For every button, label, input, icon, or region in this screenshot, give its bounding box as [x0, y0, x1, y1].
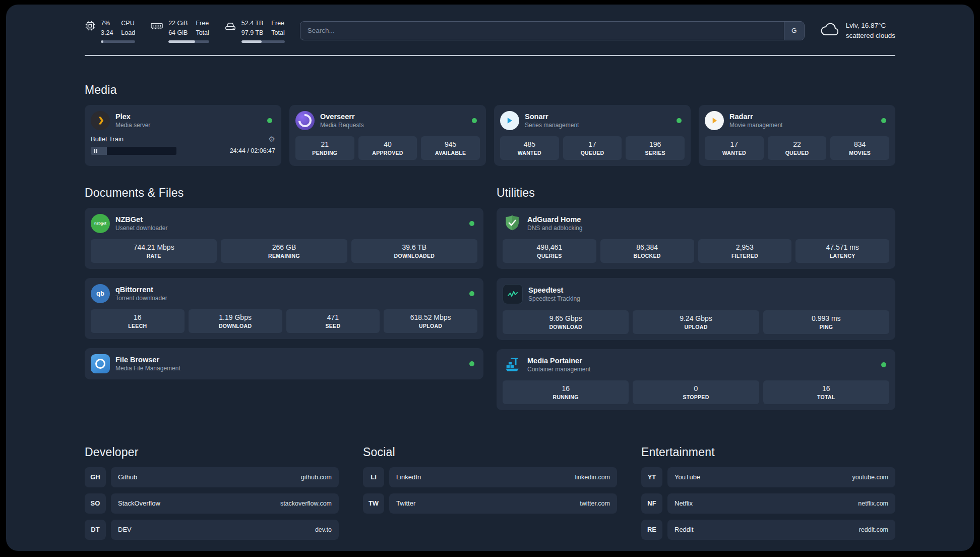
- stat-label: SERIES: [628, 150, 683, 156]
- bookmark-link[interactable]: YouTube youtube.com: [667, 467, 895, 487]
- bookmark-abbr[interactable]: RE: [641, 520, 662, 540]
- app-name: Speedtest: [528, 286, 580, 294]
- stat-tile: 266 GB REMAINING: [221, 239, 347, 263]
- stat-value: 0.993 ms: [765, 314, 887, 322]
- stat-tile: 47.571 ms LATENCY: [795, 239, 889, 263]
- stat-label: DOWNLOAD: [191, 323, 280, 329]
- bookmark-link[interactable]: LinkedIn linkedin.com: [389, 467, 617, 487]
- bookmark-url: stackoverflow.com: [280, 500, 332, 507]
- app-card-nzbget[interactable]: nzbget NZBGet Usenet downloader 744.21 M…: [85, 208, 483, 269]
- app-subtitle: Speedtest Tracking: [528, 295, 580, 302]
- app-card-portainer[interactable]: Media Portainer Container management 16 …: [497, 349, 895, 410]
- app-name: File Browser: [115, 356, 180, 364]
- app-name: qBittorrent: [115, 286, 167, 294]
- stat-label: BLOCKED: [602, 253, 692, 259]
- nzbget-icon: nzbget: [91, 214, 110, 233]
- stat-value: 945: [423, 140, 478, 148]
- stat-label: UPLOAD: [635, 324, 757, 330]
- bookmark-row: NF Netflix netflix.com: [641, 493, 895, 514]
- stat-tile: 16 TOTAL: [763, 380, 889, 404]
- bookmark-link[interactable]: Github github.com: [111, 467, 339, 487]
- stat-label: APPROVED: [360, 150, 415, 156]
- bookmark-link[interactable]: StackOverflow stackoverflow.com: [111, 493, 339, 514]
- status-dot: [469, 361, 474, 366]
- bookmark-abbr[interactable]: LI: [363, 467, 384, 487]
- stat-value: 9.65 Gbps: [505, 314, 627, 322]
- bookmark-link[interactable]: Reddit reddit.com: [667, 520, 895, 540]
- bookmark-url: twitter.com: [580, 500, 610, 507]
- bookmark-row: YT YouTube youtube.com: [641, 467, 895, 487]
- settings-gear-icon[interactable]: ⚙: [269, 135, 275, 143]
- app-card-overseerr[interactable]: Overseerr Media Requests 21 PENDING 40 A…: [289, 105, 486, 166]
- pause-button[interactable]: [91, 149, 97, 153]
- disk-free-label: Free: [271, 19, 284, 28]
- section-title-utilities: Utilities: [497, 186, 895, 200]
- bookmark-link[interactable]: Twitter twitter.com: [389, 493, 617, 514]
- cpu-load-value: 3.24: [101, 28, 113, 38]
- disk-icon: [224, 20, 236, 33]
- stat-tile: 618.52 Mbps UPLOAD: [384, 309, 477, 333]
- plex-icon: [91, 111, 110, 130]
- stat-value: 498,461: [505, 243, 594, 251]
- section-title-entertainment: Entertainment: [641, 445, 895, 459]
- app-card-radarr[interactable]: Radarr Movie management 17 WANTED 22 QUE…: [699, 105, 895, 166]
- stat-label: RATE: [93, 253, 215, 259]
- app-card-plex[interactable]: Plex Media server Bullet Train ⚙: [85, 105, 281, 166]
- search-provider-button[interactable]: G: [784, 22, 804, 40]
- stat-label: DOWNLOAD: [505, 324, 627, 330]
- stat-tile: 22 QUEUED: [768, 136, 827, 160]
- bookmark-abbr[interactable]: NF: [641, 493, 662, 514]
- app-subtitle: Torrent downloader: [115, 295, 167, 302]
- qbittorrent-icon: qb: [91, 284, 110, 303]
- bookmark-abbr[interactable]: TW: [363, 493, 384, 514]
- playback-progress-bar[interactable]: [91, 147, 176, 155]
- section-documents: Documents & Files nzbget NZBGet Usenet d…: [85, 186, 483, 410]
- app-card-speedtest[interactable]: Speedtest Speedtest Tracking 9.65 Gbps D…: [497, 278, 895, 340]
- bookmark-name: Reddit: [675, 526, 694, 533]
- app-name: Radarr: [729, 113, 782, 121]
- app-card-sonarr[interactable]: Sonarr Series management 485 WANTED 17 Q…: [494, 105, 691, 166]
- bookmark-link[interactable]: DEV dev.to: [111, 520, 339, 540]
- cpu-percent: 7%: [101, 19, 113, 28]
- stat-value: 485: [502, 140, 557, 148]
- stat-tile: 40 APPROVED: [358, 136, 417, 160]
- stat-label: WANTED: [502, 150, 557, 156]
- bookmark-row: DT DEV dev.to: [85, 520, 339, 540]
- app-card-adguard[interactable]: AdGuard Home DNS and adblocking 498,461 …: [497, 208, 895, 269]
- section-title-social: Social: [363, 445, 617, 459]
- stat-value: 1.19 Gbps: [191, 313, 280, 321]
- bookmark-row: SO StackOverflow stackoverflow.com: [85, 493, 339, 514]
- app-card-filebrowser[interactable]: File Browser Media File Management: [85, 348, 483, 379]
- app-subtitle: Media File Management: [115, 365, 180, 372]
- memory-usage-fill: [168, 40, 195, 43]
- bookmark-name: Netflix: [675, 499, 693, 507]
- bookmark-abbr[interactable]: GH: [85, 467, 106, 487]
- stat-tile: 498,461 QUERIES: [503, 239, 596, 263]
- stat-tile: 39.6 TB DOWNLOADED: [351, 239, 477, 263]
- bookmark-abbr[interactable]: YT: [641, 467, 662, 487]
- status-dot: [469, 221, 474, 226]
- section-social: Social LI LinkedIn linkedin.com TW Twitt…: [363, 445, 617, 514]
- cpu-icon: [85, 20, 96, 33]
- cpu-usage-fill: [101, 40, 103, 43]
- stat-value: 0: [635, 384, 757, 393]
- bookmark-url: dev.to: [315, 526, 332, 533]
- stat-value: 744.21 Mbps: [93, 243, 215, 251]
- bookmark-abbr[interactable]: SO: [85, 493, 106, 514]
- app-card-qbittorrent[interactable]: qb qBittorrent Torrent downloader 16: [85, 278, 483, 339]
- stat-value: 16: [93, 313, 182, 321]
- bookmark-url: youtube.com: [852, 474, 888, 481]
- stat-label: PENDING: [297, 150, 352, 156]
- stat-tile: 2,953 FILTERED: [698, 239, 792, 263]
- stat-tile: 16 RUNNING: [503, 380, 629, 404]
- bookmark-name: YouTube: [675, 473, 700, 481]
- stat-value: 834: [832, 140, 887, 148]
- search-input[interactable]: [300, 22, 784, 40]
- section-entertainment: Entertainment YT YouTube youtube.com NF …: [641, 445, 895, 540]
- weather-location: Lviv, 16.87°C: [846, 21, 895, 31]
- dashboard: 7% 3.24 CPU Load: [6, 5, 974, 551]
- bookmark-abbr[interactable]: DT: [85, 520, 106, 540]
- bookmark-link[interactable]: Netflix netflix.com: [667, 493, 895, 514]
- stat-label: QUERIES: [505, 253, 594, 259]
- bookmark-row: RE Reddit reddit.com: [641, 520, 895, 540]
